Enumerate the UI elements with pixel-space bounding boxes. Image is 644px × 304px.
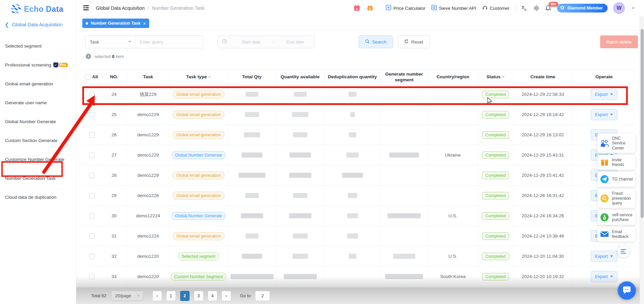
- search-button[interactable]: Search: [359, 35, 393, 48]
- date-range-picker[interactable]: Start date - End date: [218, 35, 315, 48]
- task-type-tag: Custom Number Segment: [171, 273, 226, 281]
- tg-channel-card[interactable]: TG channel: [597, 172, 636, 187]
- row-checkbox[interactable]: [89, 112, 94, 117]
- status-badge: Completed: [482, 111, 509, 118]
- avatar[interactable]: W: [613, 2, 625, 14]
- email-feedback-card[interactable]: Email feedback: [597, 227, 636, 242]
- page-button-1[interactable]: 1: [166, 291, 176, 301]
- invite-friends-card[interactable]: Invite friends: [597, 155, 636, 170]
- topbar: Global Data Acquisition / Number Generat…: [76, 0, 644, 31]
- envelope-icon: [599, 229, 610, 239]
- table-row: 31 demo1224 Global email generation Comp…: [82, 226, 636, 246]
- wallet-icon[interactable]: [366, 4, 374, 12]
- row-checkbox[interactable]: [89, 153, 94, 158]
- refresh-icon: [404, 39, 409, 45]
- task-type-tag: Global Number Generate: [172, 212, 226, 220]
- self-service-purchase-card[interactable]: $ self-service purchase: [597, 210, 636, 225]
- page-button-3[interactable]: 3: [194, 291, 203, 301]
- export-button[interactable]: Export: [591, 89, 618, 100]
- select-all-checkbox[interactable]: [85, 75, 90, 80]
- menu-fold-icon[interactable]: [82, 4, 90, 12]
- task-type-tag: Global email generation: [173, 232, 224, 240]
- sidebar-item-global-number-generate[interactable]: Global Number Generate: [0, 112, 76, 131]
- breadcrumb-root[interactable]: Global Data Acquisition: [96, 5, 145, 11]
- gift-icon: [599, 157, 610, 167]
- task-type-tag: Global email generation: [173, 171, 224, 179]
- gift-icon[interactable]: [353, 4, 361, 12]
- row-checkbox[interactable]: [89, 132, 94, 138]
- sidebar-item-customize-number-generate[interactable]: Customize Number Generate: [0, 150, 76, 169]
- status-badge: Completed: [482, 273, 509, 280]
- header-task-type[interactable]: Task type: [169, 70, 228, 84]
- chevron-down-icon: [610, 114, 613, 115]
- translate-icon[interactable]: 文 A: [521, 5, 528, 11]
- task-filter-select[interactable]: Task: [85, 36, 135, 48]
- export-button[interactable]: Export: [591, 251, 618, 262]
- query-input[interactable]: Enter query: [135, 36, 203, 48]
- nav-sieve-number-api[interactable]: Sieve Number API: [431, 5, 476, 11]
- goto-page-input[interactable]: 2: [255, 291, 270, 301]
- export-button[interactable]: Export: [591, 109, 618, 120]
- row-checkbox[interactable]: [89, 274, 94, 279]
- sidebar-item-custom-section-generate[interactable]: Custom Section Generate: [0, 131, 76, 150]
- reset-button[interactable]: Reset: [398, 35, 430, 48]
- sidebar: Echo Data ❮ Global Data Acquisition Sele…: [0, 0, 76, 304]
- app-root: Echo Data ❮ Global Data Acquisition Sele…: [0, 0, 644, 304]
- notifications-bell[interactable]: 99+: [545, 4, 551, 12]
- status-badge: Completed: [482, 253, 509, 260]
- close-icon[interactable]: ×: [143, 21, 146, 26]
- row-checkbox[interactable]: [89, 92, 94, 97]
- sidebar-menu: Selected segment Professional screening …: [0, 36, 76, 206]
- magnifier-coin-icon: [599, 193, 610, 203]
- sidebar-item-global-email-generation[interactable]: Global email generation: [0, 74, 76, 93]
- chevron-down-icon[interactable]: [632, 7, 635, 9]
- page-size-select[interactable]: 20/page: [111, 291, 143, 301]
- gear-icon[interactable]: [533, 5, 539, 11]
- nav-price-calculator[interactable]: Price Calculator: [386, 5, 425, 11]
- goto-label: Go to: [240, 293, 251, 298]
- export-button[interactable]: Export: [591, 271, 618, 282]
- sidebar-item-professional-screening[interactable]: Professional screening ✓ Pro: [0, 55, 76, 74]
- notification-badge: 99+: [549, 2, 558, 7]
- page-button-2-active[interactable]: 2: [180, 291, 190, 301]
- start-date-input[interactable]: Start date: [232, 39, 270, 45]
- sidebar-item-number-generation-task[interactable]: Number Generation Task: [0, 169, 76, 188]
- sort-caret-icon: [208, 76, 211, 78]
- task-type-tag: Global email generation: [173, 111, 224, 119]
- medal-icon: [559, 4, 566, 12]
- sidebar-back-link[interactable]: ❮ Global Data Acquisition: [0, 16, 76, 28]
- end-date-input[interactable]: End date: [276, 39, 314, 45]
- status-badge: Completed: [482, 232, 509, 240]
- nav-customer[interactable]: Customer: [482, 5, 510, 11]
- row-checkbox[interactable]: [89, 173, 94, 178]
- chevron-down-icon: [128, 41, 132, 43]
- fraud-prevention-card[interactable]: Fraud prevention query: [597, 189, 636, 208]
- batch-delete-button[interactable]: Batch delete: [600, 35, 638, 48]
- page-button-4[interactable]: 4: [208, 291, 217, 301]
- people-icon: [599, 138, 610, 148]
- status-badge: Completed: [482, 172, 509, 179]
- task-type-tag: Global email generation: [173, 90, 224, 99]
- row-checkbox[interactable]: [89, 213, 94, 219]
- live-chat-button[interactable]: [618, 281, 636, 300]
- tab-number-generation-task[interactable]: Number Generation Task ×: [82, 19, 149, 28]
- task-type-tag: Global email generation: [173, 192, 224, 200]
- tab-bar: Number Generation Task ×: [76, 16, 644, 30]
- scrollbar-track: [640, 16, 644, 304]
- row-checkbox[interactable]: [89, 233, 94, 239]
- sort-caret-icon: [502, 76, 505, 78]
- pagination-bar: Total 62 20/page ‹ 1 2 3 4 › Go to 2: [76, 287, 644, 304]
- row-checkbox[interactable]: [89, 254, 94, 259]
- header-status[interactable]: Status: [478, 70, 513, 84]
- widget-collapse-toggle[interactable]: [617, 245, 629, 257]
- dnc-service-center-card[interactable]: DNC Service Center: [597, 134, 636, 153]
- divider: [380, 5, 380, 11]
- row-checkbox[interactable]: [89, 193, 94, 198]
- member-badge[interactable]: Diamond Member: [557, 4, 608, 12]
- sidebar-item-generate-user-name[interactable]: Generate user name: [0, 93, 76, 112]
- prev-page-button[interactable]: ‹: [152, 291, 162, 301]
- sidebar-item-cloud-data-de-duplication[interactable]: Cloud data de duplication: [0, 188, 76, 206]
- sidebar-item-selected-segment[interactable]: Selected segment: [0, 36, 76, 55]
- scrollbar-thumb[interactable]: [641, 29, 644, 218]
- next-page-button[interactable]: ›: [222, 291, 231, 301]
